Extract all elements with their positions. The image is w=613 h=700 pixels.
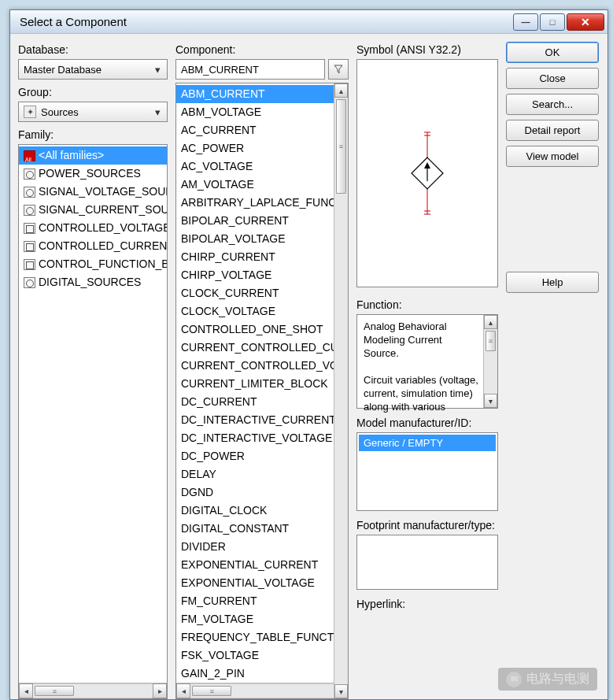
component-label: AC_VOLTAGE [181, 159, 253, 174]
component-filter-button[interactable] [328, 59, 349, 80]
scroll-down-button[interactable]: ▾ [484, 394, 497, 408]
component-row[interactable]: GAIN_2_PIN [176, 665, 334, 683]
detail-report-button[interactable]: Detail report [506, 120, 599, 141]
component-row[interactable]: BIPOLAR_VOLTAGE [176, 230, 334, 248]
help-button[interactable]: Help [506, 272, 599, 293]
function-textbox[interactable]: Analog Behavioral Modeling Current Sourc… [356, 314, 498, 409]
component-row[interactable]: DC_INTERACTIVE_CURRENT [176, 411, 334, 429]
family-row[interactable]: SIGNAL_CURRENT_SOURCES [19, 201, 167, 219]
group-combo[interactable]: ✦ Sources ▾ [18, 102, 168, 122]
family-row[interactable]: CONTROL_FUNCTION_BLOCKS [19, 255, 167, 273]
component-row[interactable]: CHIRP_VOLTAGE [176, 266, 334, 284]
scroll-up-button[interactable]: ▴ [334, 83, 348, 98]
titlebar[interactable]: Select a Component — □ ✕ [10, 10, 607, 34]
database-combo[interactable]: Master Database ▾ [18, 59, 168, 80]
family-icon [24, 150, 35, 161]
component-row[interactable]: EXPONENTIAL_VOLTAGE [176, 574, 334, 592]
v-scrollbar[interactable]: ▴ ≡ ▾ [334, 83, 348, 698]
h-scrollbar[interactable]: ◂ ≡ ▸ [19, 683, 167, 698]
component-row[interactable]: CURRENT_CONTROLLED_VOLTAGE_SOURCE [176, 357, 334, 375]
view-model-button[interactable]: View model [506, 146, 599, 167]
scroll-thumb[interactable]: ≡ [486, 331, 496, 351]
component-row[interactable]: DIGITAL_CONSTANT [176, 520, 334, 538]
component-row[interactable]: FSK_VOLTAGE [176, 646, 334, 665]
component-row[interactable]: DIVIDER [176, 538, 334, 556]
scroll-left-button[interactable]: ◂ [19, 683, 33, 698]
scroll-track[interactable]: ≡ [484, 329, 497, 394]
component-list[interactable]: ABM_CURRENTABM_VOLTAGEAC_CURRENTAC_POWER… [175, 83, 349, 699]
component-row[interactable]: BIPOLAR_CURRENT [176, 212, 334, 230]
component-row[interactable]: ABM_CURRENT [176, 85, 334, 103]
chevron-down-icon: ▾ [150, 61, 165, 77]
close-window-button[interactable]: ✕ [567, 13, 604, 31]
footprint-listbox[interactable] [356, 535, 498, 590]
component-row[interactable]: AC_CURRENT [176, 121, 334, 139]
component-label: CONTROLLED_ONE_SHOT [181, 322, 323, 337]
component-row[interactable]: DGND [176, 483, 334, 502]
ok-button[interactable]: OK [506, 42, 599, 63]
v-scrollbar[interactable]: ▴ ≡ ▾ [483, 315, 497, 408]
symbol-preview [356, 59, 498, 287]
family-list[interactable]: <All families>POWER_SOURCESSIGNAL_VOLTAG… [18, 144, 168, 699]
family-row[interactable]: CONTROLLED_VOLTAGE_SOURCES [19, 219, 167, 237]
close-icon: ✕ [581, 16, 590, 28]
search-button[interactable]: Search... [506, 94, 599, 115]
component-row[interactable]: FM_CURRENT [176, 592, 334, 610]
model-row[interactable]: Generic / EMPTY [359, 435, 496, 451]
component-label: DC_INTERACTIVE_VOLTAGE [181, 431, 332, 446]
scroll-down-button[interactable]: ▾ [334, 684, 348, 698]
component-row[interactable]: CLOCK_CURRENT [176, 284, 334, 302]
component-row[interactable]: FM_VOLTAGE [176, 610, 334, 628]
component-row[interactable]: CLOCK_VOLTAGE [176, 302, 334, 320]
component-name-input[interactable]: ABM_CURRENT [175, 59, 325, 80]
scroll-thumb[interactable]: ≡ [35, 686, 74, 696]
component-row[interactable]: AC_POWER [176, 139, 334, 157]
component-row[interactable]: CONTROLLED_ONE_SHOT [176, 320, 334, 339]
component-row[interactable]: ARBITRARY_LAPLACE_FUNCTION [176, 194, 334, 212]
scroll-right-button[interactable]: ▸ [153, 683, 167, 698]
scroll-up-button[interactable]: ▴ [484, 315, 497, 329]
component-row[interactable]: CURRENT_CONTROLLED_CURRENT_SOURCE [176, 339, 334, 357]
svg-marker-5 [424, 162, 430, 169]
family-row[interactable]: <All families> [19, 146, 167, 165]
component-row[interactable]: CHIRP_CURRENT [176, 248, 334, 266]
component-row[interactable]: EXPONENTIAL_CURRENT [176, 556, 334, 574]
wechat-icon: ✉ [506, 672, 522, 687]
component-row[interactable]: DC_INTERACTIVE_VOLTAGE [176, 429, 334, 447]
component-label: EXPONENTIAL_CURRENT [181, 557, 318, 572]
maximize-button[interactable]: □ [540, 13, 565, 31]
minimize-button[interactable]: — [513, 13, 538, 31]
component-row[interactable]: DC_CURRENT [176, 393, 334, 411]
family-row[interactable]: CONTROLLED_CURRENT_SOURCES [19, 237, 167, 255]
family-row[interactable]: SIGNAL_VOLTAGE_SOURCES [19, 183, 167, 201]
scroll-track[interactable]: ≡ [334, 98, 348, 684]
scroll-track[interactable]: ≡ [33, 683, 153, 698]
family-label: Family: [18, 128, 168, 141]
family-icon [24, 259, 35, 270]
maximize-icon: □ [550, 17, 556, 27]
component-label: AM_VOLTAGE [181, 177, 254, 192]
close-button[interactable]: Close [506, 68, 599, 89]
component-row[interactable]: FREQUENCY_TABLE_FUNCTION [176, 628, 334, 646]
scroll-left-button[interactable]: ◂ [176, 683, 190, 698]
scroll-track[interactable]: ≡ [190, 683, 334, 698]
family-icon [24, 187, 35, 198]
family-row[interactable]: POWER_SOURCES [19, 165, 167, 183]
scroll-thumb[interactable]: ≡ [192, 686, 231, 696]
component-row[interactable]: ABM_VOLTAGE [176, 103, 334, 121]
component-row[interactable]: CURRENT_LIMITER_BLOCK [176, 375, 334, 393]
model-listbox[interactable]: Generic / EMPTY [356, 432, 498, 511]
component-row[interactable]: AC_VOLTAGE [176, 157, 334, 176]
component-row[interactable]: DIGITAL_CLOCK [176, 502, 334, 520]
family-icon [24, 169, 35, 180]
component-label: CURRENT_CONTROLLED_VOLTAGE_SOURCE [181, 358, 348, 373]
component-row[interactable]: AM_VOLTAGE [176, 176, 334, 194]
scroll-thumb[interactable]: ≡ [336, 99, 346, 194]
component-label: CLOCK_CURRENT [181, 286, 279, 301]
family-row[interactable]: DIGITAL_SOURCES [19, 273, 167, 291]
component-row[interactable]: DC_POWER [176, 447, 334, 465]
h-scrollbar[interactable]: ◂ ≡ ▸ [176, 683, 348, 698]
component-row[interactable]: DELAY [176, 465, 334, 483]
family-label: DIGITAL_SOURCES [39, 275, 141, 290]
component-label: BIPOLAR_CURRENT [181, 213, 289, 228]
